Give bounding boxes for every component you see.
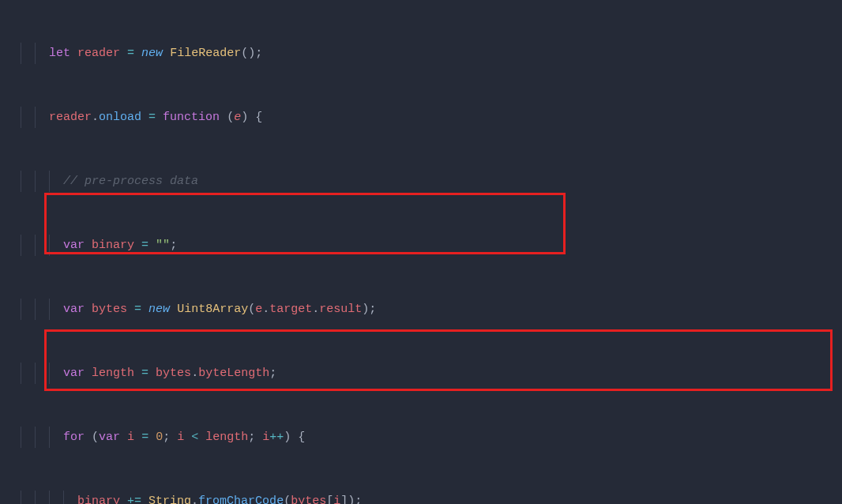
param: e — [234, 111, 241, 124]
identifier: i — [333, 495, 340, 504]
keyword: for — [63, 431, 85, 444]
identifier: i — [177, 431, 184, 444]
property: target — [269, 303, 312, 316]
identifier: reader — [77, 47, 120, 60]
keyword: function — [163, 111, 220, 124]
keyword: new — [148, 303, 170, 316]
keyword: var — [63, 303, 85, 316]
identifier: reader — [49, 111, 92, 124]
identifier: length — [205, 431, 248, 444]
property: result — [319, 303, 362, 316]
code-editor[interactable]: let reader = new FileReader(); reader.on… — [0, 0, 842, 504]
class: FileReader — [170, 47, 241, 60]
string: "" — [156, 239, 170, 252]
keyword: var — [63, 367, 85, 380]
keyword: new — [141, 47, 163, 60]
class: String — [148, 495, 191, 504]
identifier: binary — [92, 239, 134, 252]
class: Uint8Array — [177, 303, 248, 316]
operator: = — [127, 47, 134, 60]
identifier: e — [255, 303, 262, 316]
number: 0 — [156, 431, 163, 444]
identifier: i — [127, 431, 134, 444]
keyword: var — [63, 239, 85, 252]
identifier: bytes — [92, 303, 127, 316]
identifier: i — [262, 431, 269, 444]
identifier: length — [92, 367, 134, 380]
property: byteLength — [198, 367, 269, 380]
identifier: bytes — [291, 495, 326, 504]
identifier: binary — [77, 495, 120, 504]
property: onload — [99, 111, 141, 124]
identifier: bytes — [156, 367, 191, 380]
comment: // pre-process data — [63, 175, 198, 188]
keyword: var — [99, 431, 120, 444]
function: fromCharCode — [198, 495, 284, 504]
keyword: let — [49, 47, 70, 60]
